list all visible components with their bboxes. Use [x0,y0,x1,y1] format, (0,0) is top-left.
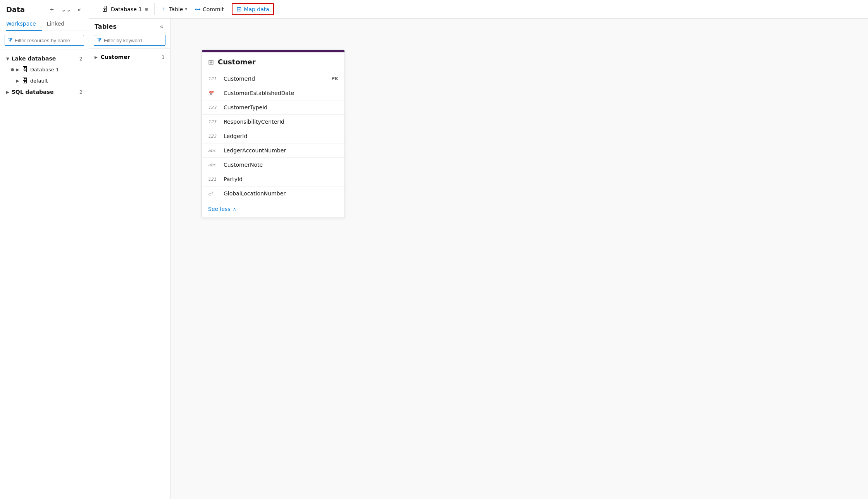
partyid-type-icon: 121 [208,177,219,182]
ledgeraccountnumber-type-icon: abc [208,148,219,153]
ledgeraccountnumber-name: LedgerAccountNumber [224,147,334,154]
lake-db-chevron-icon: ▼ [6,57,9,61]
lake-database-count: 2 [79,56,83,62]
database1-tab[interactable]: 🗄 Database 1 [95,3,155,15]
field-row-globallocationnumber: ex GlobalLocationNumber [202,186,344,200]
table-plus-icon: ＋ [161,5,167,13]
keyword-filter-icon: ⧩ [97,37,102,43]
left-panel: Data ＋ ⌄⌄ « Workspace Linked ⧩ ▼ Lake da… [0,0,89,499]
tables-header: Tables « [89,19,170,33]
commit-label: Commit [203,6,224,12]
left-header: Data ＋ ⌄⌄ « [0,0,89,17]
field-row-responsibilitycenterid: 123 ResponsibilityCenterId [202,115,344,129]
table-toolbar-item[interactable]: ＋ Table ▾ [161,5,187,13]
filter-input-wrap: ⧩ [5,35,84,46]
customer-card-title: Customer [218,58,256,66]
add-button[interactable]: ＋ [47,5,57,14]
tab-linked[interactable]: Linked [47,17,71,31]
database1-db-icon: 🗄 [22,66,28,73]
customertypeid-name: CustomerTypeId [224,104,334,111]
data-title: Data [6,5,25,14]
map-data-label: Map data [244,6,269,12]
field-list: 121 CustomerId PK 📅 CustomerEstablishedD… [202,70,344,202]
default-label: default [30,78,48,84]
filter-keyword-inner: ⧩ [94,35,165,46]
content-row: Tables « ⧩ ▶ Customer 1 [89,19,868,499]
sql-database-count: 2 [79,89,83,95]
ledgerid-type-icon: 123 [208,134,219,139]
main-area: 🗄 Database 1 ＋ Table ▾ ⊶ Commit ⊞ Map da… [89,0,868,499]
filter-icon: ⧩ [8,37,12,43]
table-chevron-icon: ▾ [185,7,187,12]
tables-title: Tables [95,23,117,30]
customer-table-icon: ⊞ [208,58,214,66]
default-db-icon: 🗄 [22,77,28,85]
tabs: Workspace Linked [0,17,89,31]
sql-database-label: SQL database [12,89,54,95]
partyid-name: PartyId [224,176,334,182]
database1-chevron-icon: ▶ [16,67,19,72]
customertypeid-type-icon: 123 [208,105,219,110]
tree-area: ▼ Lake database 2 ▶ 🗄 Database 1 ▶ 🗄 def… [0,50,89,499]
db-tab-icon: 🗄 [102,5,108,13]
field-row-customerid: 121 CustomerId PK [202,72,344,86]
customernote-type-icon: abc [208,162,219,167]
page-toolbar: 🗄 Database 1 ＋ Table ▾ ⊶ Commit ⊞ Map da… [89,0,868,19]
tree-item-default[interactable]: ▶ 🗄 default [0,75,89,86]
responsibilitycenterid-name: ResponsibilityCenterId [224,119,334,125]
database1-dot [11,68,14,71]
customerid-pk: PK [331,76,338,81]
globallocationnumber-type-icon: ex [208,190,219,197]
table-list: ▶ Customer 1 [89,48,170,499]
commit-icon: ⊶ [195,6,201,13]
filter-keyword-input[interactable] [104,38,162,43]
tree-item-database1[interactable]: ▶ 🗄 Database 1 [0,64,89,75]
left-header-icons: ＋ ⌄⌄ « [47,5,83,14]
customerestablisheddate-type-icon: 📅 [208,91,219,96]
field-row-customertypeid: 123 CustomerTypeId [202,100,344,115]
customer-table-name: Customer [101,54,158,60]
filter-resources-input[interactable] [15,38,81,43]
field-row-customernote: abc CustomerNote [202,158,344,172]
sql-db-chevron-icon: ▶ [6,90,9,94]
tab-workspace[interactable]: Workspace [6,17,42,31]
see-less-row: See less ∧ [202,202,344,218]
customer-table-chevron-icon: ▶ [95,55,98,59]
see-less-chevron-icon: ∧ [233,206,236,212]
filter-area: ⧩ [0,31,89,50]
collapse-panel-button[interactable]: « [76,5,83,14]
customer-card: ⊞ Customer 121 CustomerId PK 📅 CustomerE… [202,50,345,218]
toolbar-actions: ＋ Table ▾ ⊶ Commit ⊞ Map data [155,3,280,15]
map-data-icon: ⊞ [236,5,241,13]
table-label: Table [169,6,183,12]
responsibilitycenterid-type-icon: 123 [208,119,219,124]
customerid-name: CustomerId [224,76,327,82]
customernote-name: CustomerNote [224,162,334,168]
collapse-tables-button[interactable]: « [158,22,165,30]
table-list-item-customer[interactable]: ▶ Customer 1 [89,51,170,63]
field-row-customerestablisheddate: 📅 CustomerEstablishedDate [202,86,344,100]
commit-toolbar-item[interactable]: ⊶ Commit [195,6,224,13]
expand-collapse-button[interactable]: ⌄⌄ [60,5,73,14]
map-data-toolbar-item[interactable]: ⊞ Map data [232,3,274,15]
db-tab-label: Database 1 [111,6,142,12]
default-chevron-icon: ▶ [16,79,19,83]
database1-label: Database 1 [30,67,59,73]
field-row-ledgerid: 123 LedgerId [202,129,344,143]
globallocationnumber-name: GlobalLocationNumber [224,190,334,197]
sql-database-section-header[interactable]: ▶ SQL database 2 [0,86,89,97]
right-panel: ⊞ Customer 121 CustomerId PK 📅 CustomerE… [170,19,868,499]
see-less-link[interactable]: See less [208,206,231,212]
customer-table-count: 1 [162,54,165,60]
customerestablisheddate-name: CustomerEstablishedDate [224,90,334,96]
field-row-partyid: 121 PartyId [202,172,344,186]
tables-panel: Tables « ⧩ ▶ Customer 1 [89,19,170,499]
customer-card-header: ⊞ Customer [202,52,344,70]
lake-database-label: Lake database [12,55,56,62]
customerid-type-icon: 121 [208,76,219,81]
filter-keyword-area: ⧩ [89,33,170,48]
ledgerid-name: LedgerId [224,133,334,139]
field-row-ledgeraccountnumber: abc LedgerAccountNumber [202,143,344,158]
db-tab-status-dot [145,8,148,11]
lake-database-section-header[interactable]: ▼ Lake database 2 [0,53,89,64]
